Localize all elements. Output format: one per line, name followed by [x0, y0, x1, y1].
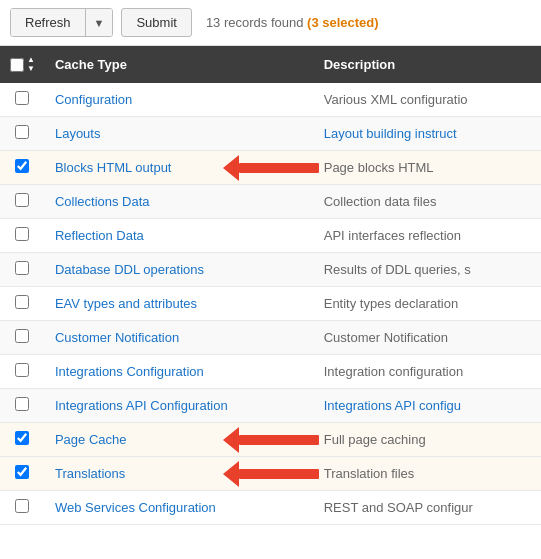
cache-type-cell: Database DDL operations — [45, 253, 314, 287]
row-checkbox-cell — [0, 117, 45, 151]
row-checkbox[interactable] — [15, 363, 29, 377]
selected-count-text: (3 selected) — [307, 15, 379, 30]
table-header-row: ▲▼ Cache Type Description — [0, 46, 541, 83]
row-checkbox-cell — [0, 457, 45, 491]
description-text: Collection data files — [324, 194, 437, 209]
arrow-body — [239, 469, 319, 479]
cache-type-cell: Blocks HTML output — [45, 151, 314, 185]
row-checkbox-cell — [0, 185, 45, 219]
description-header: Description — [314, 46, 541, 83]
row-checkbox-cell — [0, 423, 45, 457]
cache-type-link[interactable]: EAV types and attributes — [55, 296, 197, 311]
row-checkbox[interactable] — [15, 329, 29, 343]
cache-type-link[interactable]: Configuration — [55, 92, 132, 107]
cache-type-header: Cache Type — [45, 46, 314, 83]
row-checkbox[interactable] — [15, 295, 29, 309]
cache-type-link[interactable]: Database DDL operations — [55, 262, 204, 277]
arrow-head — [223, 155, 239, 181]
record-count-text: 13 records found — [206, 15, 307, 30]
description-text: Translation files — [324, 466, 415, 481]
row-checkbox[interactable] — [15, 159, 29, 173]
cache-type-cell: Translations — [45, 457, 314, 491]
row-checkbox[interactable] — [15, 261, 29, 275]
description-link[interactable]: Integrations API configu — [324, 398, 461, 413]
sort-arrows[interactable]: ▲▼ — [27, 56, 35, 73]
arrow-annotation — [223, 461, 319, 487]
description-text: Full page caching — [324, 432, 426, 447]
table-row: Reflection DataAPI interfaces reflection — [0, 219, 541, 253]
cache-table: ▲▼ Cache Type Description ConfigurationV… — [0, 46, 541, 525]
table-row: LayoutsLayout building instruct — [0, 117, 541, 151]
row-checkbox[interactable] — [15, 227, 29, 241]
record-count: 13 records found (3 selected) — [206, 15, 379, 30]
cache-type-link[interactable]: Reflection Data — [55, 228, 144, 243]
description-cell: REST and SOAP configur — [314, 491, 541, 525]
description-text: Integration configuration — [324, 364, 463, 379]
submit-button[interactable]: Submit — [121, 8, 191, 37]
cache-type-cell: Integrations API Configuration — [45, 389, 314, 423]
row-checkbox[interactable] — [15, 193, 29, 207]
description-cell: Page blocks HTML — [314, 151, 541, 185]
description-text: Results of DDL queries, s — [324, 262, 471, 277]
table-row: Translations Translation files — [0, 457, 541, 491]
description-text: API interfaces reflection — [324, 228, 461, 243]
arrow-body — [239, 163, 319, 173]
description-cell: Layout building instruct — [314, 117, 541, 151]
arrow-annotation — [223, 427, 319, 453]
row-checkbox[interactable] — [15, 91, 29, 105]
table-row: ConfigurationVarious XML configura­tio — [0, 83, 541, 117]
row-checkbox-cell — [0, 151, 45, 185]
table-row: Customer NotificationCustomer Notificati… — [0, 321, 541, 355]
select-all-header[interactable]: ▲▼ — [0, 46, 45, 83]
description-cell: Various XML configura­tio — [314, 83, 541, 117]
cache-type-cell: Page Cache — [45, 423, 314, 457]
table-body: ConfigurationVarious XML configura­tioLa… — [0, 83, 541, 525]
arrow-head — [223, 427, 239, 453]
row-checkbox-cell — [0, 287, 45, 321]
table-row: Page Cache Full page caching — [0, 423, 541, 457]
cache-type-cell: Configuration — [45, 83, 314, 117]
cache-type-link[interactable]: Customer Notification — [55, 330, 179, 345]
select-all-checkbox[interactable] — [10, 58, 24, 72]
cache-type-link[interactable]: Integrations Configuration — [55, 364, 204, 379]
row-checkbox[interactable] — [15, 125, 29, 139]
table-row: Database DDL operationsResults of DDL qu… — [0, 253, 541, 287]
description-text: Page blocks HTML — [324, 160, 434, 175]
description-cell: Entity types declaration — [314, 287, 541, 321]
refresh-dropdown-button[interactable]: ▼ — [85, 9, 113, 36]
description-cell: Full page caching — [314, 423, 541, 457]
arrow-body — [239, 435, 319, 445]
row-checkbox[interactable] — [15, 397, 29, 411]
table-row: Integrations API ConfigurationIntegratio… — [0, 389, 541, 423]
cache-type-link[interactable]: Translations — [55, 466, 125, 481]
description-text: Customer Notification — [324, 330, 448, 345]
description-text: Various XML configura­tio — [324, 92, 468, 107]
cache-type-cell: Reflection Data — [45, 219, 314, 253]
cache-type-link[interactable]: Layouts — [55, 126, 101, 141]
cache-type-link[interactable]: Page Cache — [55, 432, 127, 447]
table-row: Blocks HTML output Page blocks HTML — [0, 151, 541, 185]
description-link[interactable]: Layout building instruct — [324, 126, 457, 141]
row-checkbox-cell — [0, 219, 45, 253]
row-checkbox[interactable] — [15, 431, 29, 445]
cache-type-link[interactable]: Web Services Configuration — [55, 500, 216, 515]
cache-type-link[interactable]: Collections Data — [55, 194, 150, 209]
cache-type-link[interactable]: Blocks HTML output — [55, 160, 172, 175]
table-row: Web Services ConfigurationREST and SOAP … — [0, 491, 541, 525]
description-cell: Results of DDL queries, s — [314, 253, 541, 287]
description-cell: Collection data files — [314, 185, 541, 219]
cache-type-link[interactable]: Integrations API Configuration — [55, 398, 228, 413]
row-checkbox-cell — [0, 321, 45, 355]
row-checkbox-cell — [0, 253, 45, 287]
table-row: Integrations ConfigurationIntegration co… — [0, 355, 541, 389]
description-cell: Customer Notification — [314, 321, 541, 355]
cache-type-cell: Web Services Configuration — [45, 491, 314, 525]
row-checkbox-cell — [0, 83, 45, 117]
description-text: Entity types declaration — [324, 296, 458, 311]
row-checkbox-cell — [0, 389, 45, 423]
table-row: EAV types and attributesEntity types dec… — [0, 287, 541, 321]
row-checkbox[interactable] — [15, 499, 29, 513]
refresh-button[interactable]: Refresh — [11, 9, 85, 36]
row-checkbox-cell — [0, 355, 45, 389]
row-checkbox[interactable] — [15, 465, 29, 479]
